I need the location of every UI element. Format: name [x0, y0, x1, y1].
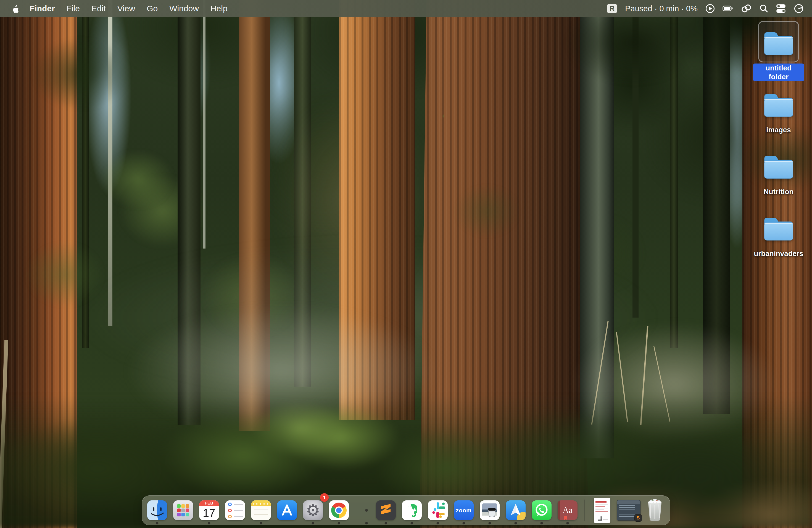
thin-trunk [670, 0, 678, 348]
dock-zoom[interactable]: zoom [451, 495, 477, 525]
calendar-icon: FEB 17 [199, 500, 219, 520]
running-indicator [312, 522, 314, 524]
dark-trunk [178, 0, 201, 425]
clock-icon[interactable] [794, 4, 804, 14]
menu-item-window[interactable]: Window [163, 4, 205, 13]
dock-notes[interactable] [248, 495, 274, 525]
menu-items: FinderFileEditViewGoWindowHelp [24, 4, 233, 13]
apple-logo-icon [12, 4, 19, 13]
dock-separator [581, 495, 589, 525]
minimized-window-thumbnail: S [617, 500, 640, 520]
dock-spark[interactable] [503, 495, 528, 525]
preview-icon [480, 500, 499, 520]
desktop-screen: FinderFileEditViewGoWindowHelp R Paused … [0, 0, 812, 528]
sublime-text-badge: S [634, 514, 642, 522]
folder-label: urbaninvaders [754, 249, 803, 258]
dock-whatsapp[interactable] [528, 495, 555, 525]
battery-icon[interactable] [723, 5, 733, 12]
dock-app-store[interactable] [274, 495, 300, 525]
dock-minimized-sublime-window[interactable]: S [615, 495, 642, 525]
spotlight-search-icon[interactable] [759, 4, 768, 13]
menu-item-view[interactable]: View [112, 4, 141, 13]
dock-chrome[interactable] [326, 495, 352, 525]
dock-launchpad[interactable] [170, 495, 196, 525]
folder-selection-box [758, 145, 799, 186]
dock-calendar[interactable]: FEB 17 [196, 495, 222, 525]
dictionary-icon: Aa [557, 500, 578, 520]
calendar-day: 17 [199, 506, 219, 519]
dock-preview[interactable] [477, 495, 503, 525]
running-indicator [514, 522, 517, 524]
dock-trash[interactable] [642, 495, 668, 525]
dock-sublime-text[interactable] [373, 495, 399, 525]
dock-dictionary[interactable]: Aa [555, 495, 581, 525]
folder-label: Nutrition [764, 187, 794, 196]
control-center-icon[interactable] [776, 4, 786, 13]
folder-label: images [766, 126, 791, 134]
dock-background-app[interactable] [360, 495, 373, 525]
dock-separator [352, 495, 360, 525]
gray-trunk [294, 0, 311, 386]
apple-menu[interactable] [10, 4, 21, 13]
running-indicator [365, 522, 368, 524]
pale-snag [203, 0, 205, 249]
mid-lit-trunk [339, 0, 415, 420]
menu-item-finder[interactable]: Finder [24, 4, 61, 13]
running-indicator [411, 522, 413, 524]
app-store-icon [277, 500, 297, 520]
desktop-folder-Nutrition[interactable]: Nutrition [752, 145, 805, 207]
gear-icon: ⚙ [306, 502, 320, 518]
folder-icon [762, 151, 796, 180]
finder-icon [147, 500, 167, 520]
menu-item-file[interactable]: File [61, 4, 86, 13]
dock-document[interactable] [589, 495, 615, 525]
dock-evernote[interactable] [399, 495, 425, 525]
desktop-folder-urbaninvaders[interactable]: urbaninvaders [752, 207, 805, 268]
generic-app-icon [365, 509, 368, 512]
folder-selection-box [758, 21, 799, 62]
running-indicator [566, 522, 569, 524]
evernote-icon [402, 500, 422, 520]
menu-bar: FinderFileEditViewGoWindowHelp R Paused … [0, 0, 812, 17]
menu-bar-status: R Paused · 0 min · 0% [607, 4, 804, 14]
sublime-text-icon [376, 500, 396, 520]
slack-icon [428, 500, 448, 520]
bookmark-ribbon [564, 516, 567, 520]
rewind-app-icon[interactable]: R [607, 4, 617, 13]
reminders-icon [225, 500, 245, 520]
desktop-folder-untitled-folder[interactable]: untitled folder [752, 21, 805, 83]
pale-snag [108, 0, 112, 326]
menu-item-edit[interactable]: Edit [86, 4, 112, 13]
spark-icon [506, 500, 526, 520]
rewind-status-text[interactable]: Paused · 0 min · 0% [625, 4, 698, 13]
dock: FEB 17 [142, 495, 670, 525]
running-indicator [208, 522, 211, 524]
menu-item-help[interactable]: Help [205, 4, 233, 13]
dead-sapling [653, 346, 670, 422]
dark-right-trunk [703, 0, 730, 414]
running-indicator [540, 522, 543, 524]
link-icon[interactable] [741, 4, 752, 13]
folder-label: untitled folder [753, 63, 804, 81]
zoom-wordmark: zoom [456, 507, 472, 514]
menu-item-go[interactable]: Go [141, 4, 163, 13]
play-circle-icon[interactable] [706, 4, 715, 13]
running-indicator [156, 522, 159, 524]
document-icon [594, 498, 610, 523]
system-settings-icon: ⚙ [303, 500, 323, 520]
dock-system-settings[interactable]: ⚙ 1 [300, 495, 326, 525]
wallpaper [0, 0, 812, 528]
zoom-icon: zoom [454, 500, 474, 520]
dock-reminders[interactable] [222, 495, 248, 525]
dock-slack[interactable] [425, 495, 451, 525]
folder-selection-box [758, 83, 799, 124]
dictionary-wordmark: Aa [563, 505, 572, 515]
running-indicator [437, 522, 439, 524]
chrome-icon [329, 500, 349, 520]
dock-finder[interactable] [144, 495, 170, 525]
thin-trunk [633, 0, 639, 318]
notes-icon [251, 500, 271, 520]
folder-icon [762, 89, 796, 118]
launchpad-icon [173, 500, 193, 520]
desktop-folder-images[interactable]: images [752, 83, 805, 145]
